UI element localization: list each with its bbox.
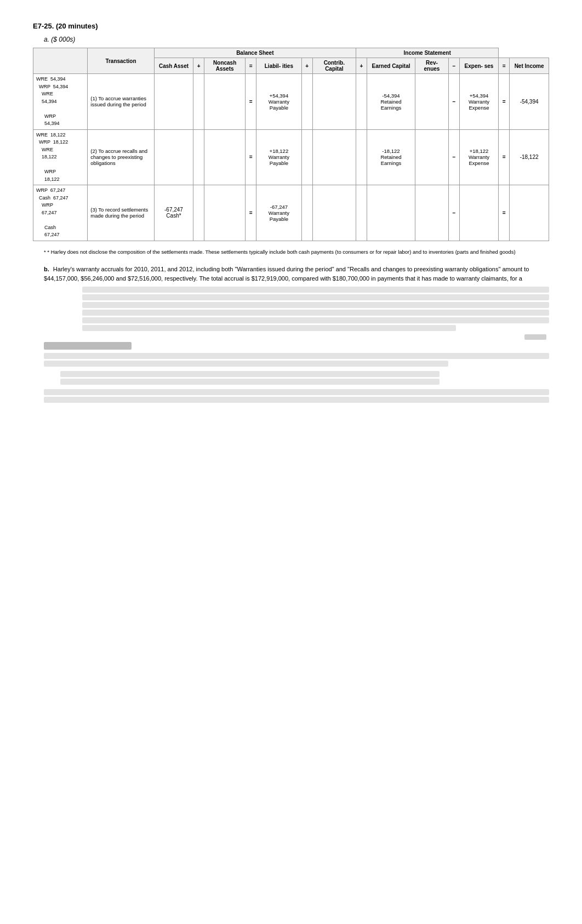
col-header-plus3: + bbox=[356, 58, 367, 74]
footnote-star: * bbox=[44, 249, 46, 255]
plus1-cell-3 bbox=[193, 185, 204, 241]
col-header-expenses: Expen- ses bbox=[459, 58, 499, 74]
col-header-transaction: Transaction bbox=[88, 48, 154, 74]
col-header-plus1: + bbox=[193, 58, 204, 74]
account-cell-2: WRE 18,122 WRP 18,122 WRE 18,122 WRP 18,… bbox=[33, 129, 88, 185]
col-header-account bbox=[33, 48, 88, 74]
contrib-capital-cell-2 bbox=[312, 129, 356, 185]
plus2-cell-1 bbox=[301, 74, 312, 130]
page-container: E7-25. (20 minutes) a. ($ 000s) Transact… bbox=[33, 22, 549, 403]
col-header-earned-capital: Earned Capital bbox=[367, 58, 415, 74]
part-b-section: b. Harley's warranty accruals for 2010, … bbox=[44, 265, 549, 283]
contrib-capital-cell-1 bbox=[312, 74, 356, 130]
col-header-plus2: + bbox=[301, 58, 312, 74]
eq1-cell-2: = bbox=[246, 129, 256, 185]
revenues-cell-1 bbox=[415, 74, 449, 130]
eq2-cell-1: = bbox=[499, 74, 510, 130]
noncash-cell-2 bbox=[204, 129, 246, 185]
liabilities-cell-2: +18,122 Warranty Payable bbox=[256, 129, 302, 185]
eq1-cell-3: = bbox=[246, 185, 256, 241]
col-header-liabilities: Liabil- ities bbox=[256, 58, 302, 74]
account-cell-3: WRP 67,247 Cash 67,247 WRP 67,247 Cash 6… bbox=[33, 185, 88, 241]
plus3-cell-2 bbox=[356, 129, 367, 185]
part-b-label: b. bbox=[44, 266, 49, 272]
transaction-cell-2: (2) To accrue recalls and changes to pre… bbox=[88, 129, 154, 185]
plus2-cell-2 bbox=[301, 129, 312, 185]
col-header-revenues: Rev- enues bbox=[415, 58, 449, 74]
minus-cell-3: – bbox=[448, 185, 459, 241]
col-header-noncash: Noncash Assets bbox=[204, 58, 246, 74]
liabilities-cell-3: -67,247 Warranty Payable bbox=[256, 185, 302, 241]
transaction-cell-3: (3) To record settlements made during th… bbox=[88, 185, 154, 241]
net-income-cell-3 bbox=[510, 185, 549, 241]
earned-capital-cell-1: -54,394 Retained Earnings bbox=[367, 74, 415, 130]
col-header-net-income: Net Income bbox=[510, 58, 549, 74]
transaction-cell-1: (1) To accrue warranties issued during t… bbox=[88, 74, 154, 130]
main-accounting-table: Transaction Balance Sheet Income Stateme… bbox=[33, 48, 549, 241]
part-b-text: Harley's warranty accruals for 2010, 201… bbox=[44, 266, 529, 282]
expenses-cell-3 bbox=[459, 185, 499, 241]
income-statement-header: Income Statement bbox=[356, 48, 499, 58]
plus1-cell-1 bbox=[193, 74, 204, 130]
col-header-contrib-capital: Contrib. Capital bbox=[312, 58, 356, 74]
cash-asset-cell-1 bbox=[154, 74, 193, 130]
table-row-1: WRE 54,394 WRP 54,394 WRE 54,394 WRP 54,… bbox=[33, 74, 549, 130]
account-cell-1: WRE 54,394 WRP 54,394 WRE 54,394 WRP 54,… bbox=[33, 74, 88, 130]
contrib-capital-cell-3 bbox=[312, 185, 356, 241]
plus2-cell-3 bbox=[301, 185, 312, 241]
subsection-a-label: a. ($ 000s) bbox=[44, 36, 549, 43]
section-title: E7-25. (20 minutes) bbox=[33, 22, 549, 30]
blurred-section-2 bbox=[44, 342, 549, 403]
col-header-eq1: = bbox=[246, 58, 256, 74]
revenues-cell-3 bbox=[415, 185, 449, 241]
balance-sheet-header: Balance Sheet bbox=[154, 48, 356, 58]
plus3-cell-3 bbox=[356, 185, 367, 241]
plus1-cell-2 bbox=[193, 129, 204, 185]
eq2-cell-2: = bbox=[499, 129, 510, 185]
cash-asset-cell-3: -67,247 Cash* bbox=[154, 185, 193, 241]
net-income-cell-2: -18,122 bbox=[510, 129, 549, 185]
col-header-eq2: = bbox=[499, 58, 510, 74]
noncash-cell-3 bbox=[204, 185, 246, 241]
minus-cell-1: – bbox=[448, 74, 459, 130]
expenses-cell-2: +18,122 Warranty Expense bbox=[459, 129, 499, 185]
eq2-cell-3: = bbox=[499, 185, 510, 241]
eq1-cell-1: = bbox=[246, 74, 256, 130]
footnote-text: * * Harley does not disclose the composi… bbox=[44, 249, 549, 255]
earned-capital-cell-3 bbox=[367, 185, 415, 241]
table-row-3: WRP 67,247 Cash 67,247 WRP 67,247 Cash 6… bbox=[33, 185, 549, 241]
minus-cell-2: – bbox=[448, 129, 459, 185]
net-income-cell-1: -54,394 bbox=[510, 74, 549, 130]
noncash-cell-1 bbox=[204, 74, 246, 130]
col-header-minus: – bbox=[448, 58, 459, 74]
revenues-cell-2 bbox=[415, 129, 449, 185]
col-header-cash: Cash Asset bbox=[154, 58, 193, 74]
plus3-cell-1 bbox=[356, 74, 367, 130]
earned-capital-cell-2: -18,122 Retained Earnings bbox=[367, 129, 415, 185]
blurred-continuation bbox=[82, 287, 549, 331]
liabilities-cell-1: +54,394 Warranty Payable bbox=[256, 74, 302, 130]
table-row-2: WRE 18,122 WRP 18,122 WRE 18,122 WRP 18,… bbox=[33, 129, 549, 185]
cash-asset-cell-2 bbox=[154, 129, 193, 185]
expenses-cell-1: +54,394 Warranty Expense bbox=[459, 74, 499, 130]
